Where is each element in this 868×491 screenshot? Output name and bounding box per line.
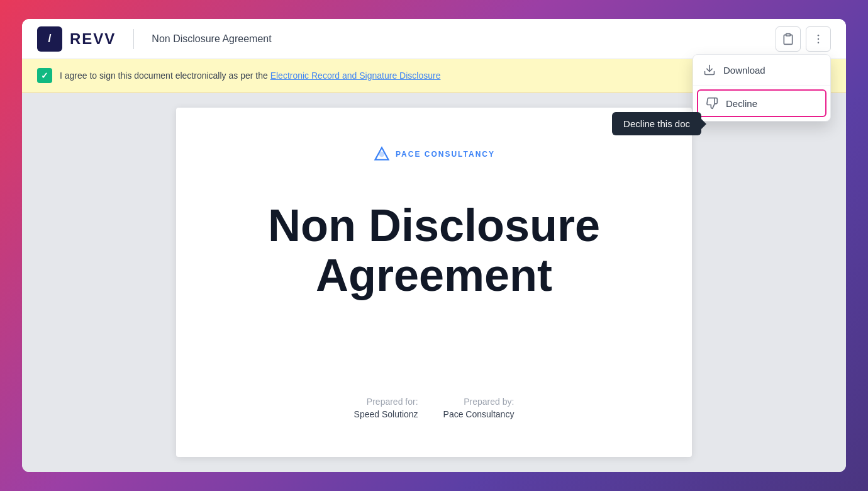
more-vertical-icon bbox=[812, 33, 825, 45]
more-options-button[interactable] bbox=[806, 26, 831, 52]
decline-tooltip: Decline this doc bbox=[612, 112, 701, 135]
clipboard-icon bbox=[782, 33, 794, 45]
svg-point-3 bbox=[818, 42, 820, 43]
prepared-by-label: Prepared by: bbox=[443, 397, 515, 407]
header: / REVV Non Disclosure Agreement bbox=[22, 19, 846, 59]
logo-area: / REVV Non Disclosure Agreement bbox=[37, 26, 272, 52]
doc-meta: Prepared for: Speed Solutionz Prepared b… bbox=[354, 397, 515, 419]
header-divider bbox=[133, 29, 134, 49]
download-label: Download bbox=[723, 65, 765, 76]
svg-point-1 bbox=[818, 34, 820, 36]
thumbs-down-icon bbox=[706, 97, 718, 110]
revv-logo-icon: / bbox=[37, 26, 62, 52]
document-title: Non Disclosure Agreement bbox=[152, 33, 271, 45]
prepared-for: Prepared for: Speed Solutionz bbox=[354, 397, 418, 419]
document-main-title: Non Disclosure Agreement bbox=[268, 201, 600, 300]
company-logo-area: PACE CONSULTANCY bbox=[373, 145, 495, 163]
document-page: PACE CONSULTANCY Non Disclosure Agreemen… bbox=[176, 108, 692, 457]
decline-label: Decline bbox=[726, 98, 757, 109]
prepared-by-value: Pace Consultancy bbox=[443, 409, 515, 419]
revv-logo-text: REVV bbox=[70, 30, 116, 48]
decline-menu-item[interactable]: Decline bbox=[697, 89, 826, 117]
svg-rect-0 bbox=[786, 33, 791, 35]
company-name: PACE CONSULTANCY bbox=[396, 150, 495, 159]
consent-checkbox[interactable] bbox=[37, 68, 52, 83]
svg-point-5 bbox=[379, 152, 385, 157]
pace-consultancy-logo-icon bbox=[373, 145, 391, 163]
download-icon bbox=[703, 64, 716, 76]
prepared-for-value: Speed Solutionz bbox=[354, 409, 418, 419]
disclosure-link[interactable]: Electronic Record and Signature Disclosu… bbox=[270, 71, 441, 81]
prepared-for-label: Prepared for: bbox=[354, 397, 418, 407]
header-actions bbox=[776, 26, 831, 52]
dropdown-menu: Download Decline bbox=[693, 54, 831, 121]
consent-text: I agree to sign this document electronic… bbox=[60, 71, 440, 81]
download-menu-item[interactable]: Download bbox=[693, 55, 830, 86]
main-container: / REVV Non Disclosure Agreement bbox=[22, 19, 846, 472]
prepared-by: Prepared by: Pace Consultancy bbox=[443, 397, 515, 419]
clipboard-button[interactable] bbox=[776, 26, 801, 52]
doc-area: PACE CONSULTANCY Non Disclosure Agreemen… bbox=[22, 93, 846, 472]
svg-point-2 bbox=[818, 38, 820, 40]
